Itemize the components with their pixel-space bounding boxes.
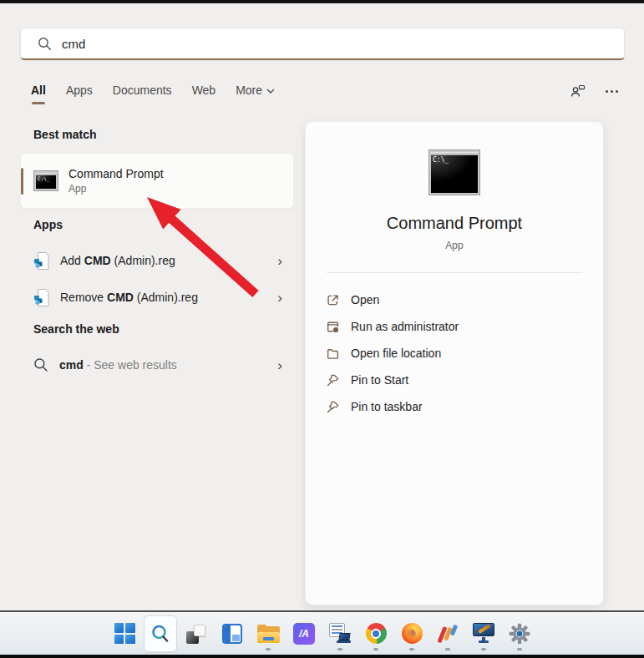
chevron-right-icon[interactable]: › [277, 254, 282, 268]
task-view-icon [186, 624, 206, 644]
chrome-icon [366, 623, 387, 644]
system-window-laptop-icon [329, 623, 351, 644]
result-remove-cmd-reg[interactable]: Remove CMD (Admin).reg › [20, 281, 294, 313]
window-panes-icon [222, 624, 242, 644]
taskbar-system-tool-button[interactable] [323, 615, 357, 652]
best-match-heading: Best match [33, 128, 96, 141]
chevron-down-icon [266, 89, 275, 94]
taskbar-snap-window-app[interactable] [216, 615, 249, 652]
preview-type: App [306, 240, 603, 251]
action-pin-to-taskbar[interactable]: Pin to taskbar [306, 393, 603, 420]
result-label: cmd - See web results [59, 358, 177, 372]
taskbar-task-view-button[interactable] [180, 615, 213, 652]
preview-title: Command Prompt [306, 214, 603, 233]
context-actions: Open Run as administrator Open file loca… [306, 286, 603, 420]
user-feedback-icon [569, 82, 587, 100]
folder-icon [326, 347, 340, 361]
search-icon [150, 624, 170, 644]
feedback-button[interactable] [567, 80, 589, 102]
chevron-right-icon[interactable]: › [277, 291, 282, 305]
tab-more-label: More [236, 84, 262, 97]
action-pin-to-start[interactable]: Pin to Start [306, 367, 603, 393]
tab-all[interactable]: All [31, 84, 46, 97]
desktop-edge-top [0, 0, 644, 3]
windows-search-flyout: All Apps Documents Web More Best match [0, 0, 644, 658]
windows-logo-icon [114, 623, 135, 644]
taskbar-firefox-button[interactable] [395, 615, 428, 652]
result-add-cmd-reg[interactable]: Add CMD (Admin).reg › [20, 245, 294, 276]
preview-panel: C:\_ Command Prompt App Open Run as admi… [305, 121, 604, 605]
result-type: App [68, 183, 164, 195]
diagonal-stripes-icon [437, 623, 459, 645]
tab-more[interactable]: More [236, 84, 275, 97]
taskbar-start-button[interactable] [108, 615, 141, 652]
result-label: Remove CMD (Admin).reg [60, 291, 198, 304]
taskbar-stripes-app-button[interactable] [431, 615, 464, 652]
selection-accent-bar [21, 168, 23, 195]
pin-icon [326, 373, 340, 387]
ellipsis-icon [606, 90, 618, 93]
gear-icon [509, 623, 530, 645]
search-icon [33, 357, 48, 372]
tab-web[interactable]: Web [192, 84, 216, 97]
action-open[interactable]: Open [306, 286, 603, 313]
search-icon [38, 37, 52, 51]
taskbar-file-explorer-button[interactable] [251, 615, 285, 652]
result-web-search[interactable]: cmd - See web results › [20, 349, 294, 381]
result-title: Command Prompt [68, 167, 164, 180]
tab-apps[interactable]: Apps [66, 84, 93, 97]
taskbar-settings-button[interactable] [503, 615, 536, 652]
divider [327, 272, 582, 273]
registry-file-icon [33, 251, 49, 271]
tab-documents[interactable]: Documents [113, 84, 172, 97]
taskbar-chrome-button[interactable] [359, 615, 393, 652]
taskbar: /A [0, 612, 644, 655]
open-external-icon [326, 293, 340, 307]
action-run-as-administrator[interactable]: Run as administrator [306, 313, 603, 340]
search-header-actions [567, 80, 622, 102]
command-prompt-icon-large: C:\_ [428, 149, 480, 195]
search-filter-tabs: All Apps Documents Web More [31, 84, 275, 97]
more-options-button[interactable] [601, 80, 622, 102]
run-admin-icon [326, 320, 340, 334]
best-match-result[interactable]: C:\_ Command Prompt App [20, 153, 294, 209]
taskbar-search-button[interactable] [144, 615, 177, 652]
slash-a-icon: /A [293, 623, 315, 645]
chevron-right-icon[interactable]: › [277, 358, 282, 372]
search-web-heading: Search the web [33, 322, 119, 336]
pin-icon [326, 400, 340, 414]
search-box[interactable] [20, 28, 625, 60]
desktop-edge-bottom [0, 655, 644, 658]
firefox-icon [402, 623, 423, 644]
command-prompt-icon: C:\_ [33, 170, 58, 191]
taskbar-display-editor-button[interactable] [467, 615, 500, 652]
search-input[interactable] [62, 37, 596, 51]
monitor-paintbrush-icon [473, 623, 494, 644]
result-label: Add CMD (Admin).reg [60, 254, 175, 267]
taskbar-slash-a-app[interactable]: /A [287, 615, 321, 652]
apps-heading: Apps [33, 218, 63, 231]
action-open-file-location[interactable]: Open file location [306, 340, 603, 367]
registry-file-icon [33, 288, 49, 307]
folder-icon [257, 625, 280, 643]
